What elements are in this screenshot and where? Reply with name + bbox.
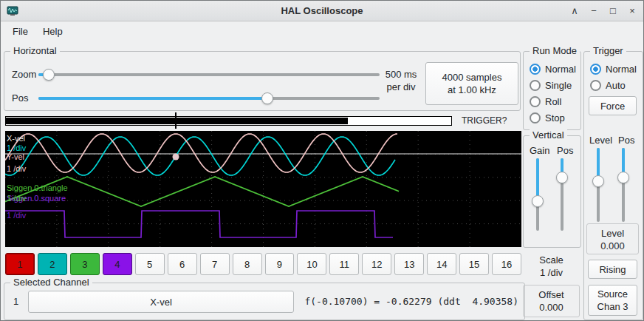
radio-label: Single (545, 80, 572, 91)
vertical-pos-slider[interactable] (555, 158, 569, 231)
pos-slider-handle[interactable] (261, 92, 273, 104)
channel-button-4[interactable]: 4 (103, 253, 132, 275)
vertical-pos-handle[interactable] (556, 172, 568, 183)
samples-line2: at 1.00 kHz (442, 84, 502, 96)
offset-label: Offset (524, 288, 579, 301)
runmode-roll-radio[interactable]: Roll (530, 96, 561, 107)
scope-channel-label: Siggen.0.triangle (7, 183, 68, 192)
scale-readout: Scale 1 /div (523, 254, 580, 279)
selected-channel-group: Selected Channel 1 X-vel f(-0.10700) = -… (4, 283, 525, 320)
channel-button-6[interactable]: 6 (168, 253, 197, 275)
samples-button[interactable]: 4000 samples at 1.00 kHz (425, 62, 518, 105)
channel-button-13[interactable]: 13 (394, 253, 424, 275)
trigger-source-line1: Source (597, 288, 628, 300)
runmode-single-radio[interactable]: Single (530, 80, 572, 91)
trigger-auto-radio[interactable]: Auto (590, 80, 626, 91)
minimize-icon[interactable]: − (587, 4, 600, 18)
pos-slider-fill (38, 97, 267, 100)
runmode-stop-radio[interactable]: Stop (530, 112, 565, 124)
channel-button-5[interactable]: 5 (135, 253, 165, 275)
window-controls: ∧ − □ × (568, 4, 639, 18)
vertical-title: Vertical (530, 129, 567, 141)
scope-channel-label: 1 /div (7, 143, 26, 152)
channel-button-14[interactable]: 14 (427, 253, 456, 275)
zoom-slider-groove (38, 73, 380, 76)
close-icon[interactable]: × (626, 4, 639, 18)
zoom-slider[interactable] (38, 68, 380, 81)
trigger-pos-slider[interactable] (617, 148, 630, 222)
menu-file[interactable]: File (5, 24, 35, 39)
record-fill-bar (5, 118, 348, 124)
trigger-pos-handle[interactable] (617, 172, 629, 183)
scope-channel-label: Y-vel (7, 152, 24, 161)
scope-channel-label: 1 /div (7, 211, 26, 220)
shade-icon[interactable]: ∧ (568, 4, 581, 18)
channel-button-8[interactable]: 8 (233, 253, 262, 275)
scale-label: Scale (523, 254, 580, 266)
zoom-label: Zoom (12, 69, 36, 80)
selected-channel-name-button[interactable]: X-vel (28, 291, 294, 313)
trigger-level-panel-value: 0.000 (587, 240, 638, 252)
run-mode-title: Run Mode (530, 45, 580, 56)
radio-label: Normal (606, 64, 637, 75)
selected-channel-title: Selected Channel (10, 277, 92, 288)
scope-channel-label: X-vel (7, 134, 25, 143)
radio-icon (590, 64, 601, 75)
channel-button-11[interactable]: 11 (329, 253, 359, 275)
radio-icon (530, 80, 541, 91)
channel-button-1[interactable]: 1 (5, 253, 35, 275)
horizontal-group: Horizontal Zoom Pos 500 ms per div 4000 … (4, 51, 521, 111)
selected-channel-number: 1 (13, 296, 18, 307)
radio-icon (590, 80, 601, 91)
channel-button-10[interactable]: 10 (297, 253, 326, 275)
menu-help[interactable]: Help (35, 24, 70, 39)
trigger-level-slider[interactable] (592, 148, 605, 222)
trigger-normal-radio[interactable]: Normal (590, 64, 637, 75)
scope-channel-label: 1 /div (7, 164, 26, 173)
vertical-pos-label: Pos (557, 145, 573, 156)
runmode-normal-radio[interactable]: Normal (530, 64, 576, 75)
pos-label: Pos (12, 92, 28, 104)
trigger-title: Trigger (590, 45, 626, 56)
channel-button-2[interactable]: 2 (38, 253, 67, 275)
vertical-group: Vertical Gain Pos (523, 135, 581, 248)
offset-value: 0.000 (524, 301, 579, 314)
app-window: HAL Oscilloscope ∧ − □ × File Help Horiz… (0, 0, 644, 321)
force-button[interactable]: Force (589, 96, 637, 115)
gain-slider-handle[interactable] (532, 195, 544, 207)
horizontal-group-title: Horizontal (10, 45, 60, 56)
trigger-pos-label: Pos (618, 135, 634, 146)
radio-icon (530, 96, 541, 107)
rate-line1: 500 ms (378, 68, 424, 81)
trigger-level-handle[interactable] (592, 175, 604, 187)
trigger-edge-button[interactable]: Rising (588, 260, 637, 279)
trigger-level-panel-label: Level (587, 227, 638, 240)
channel-buttons: 12345678910111213141516 (5, 253, 521, 275)
scope-labels: X-vel1 /divY-vel1 /divSiggen.0.triangleS… (5, 131, 521, 247)
channel-button-3[interactable]: 3 (70, 253, 100, 275)
maximize-icon[interactable]: □ (606, 4, 620, 18)
channel-value-readout: f(-0.10700) = -0.62279 (ddt 4.90358) (304, 296, 518, 307)
channel-button-7[interactable]: 7 (200, 253, 230, 275)
rate-line2: per div (378, 81, 424, 93)
zoom-slider-handle[interactable] (43, 69, 55, 81)
trigger-hint-label: TRIGGER? (462, 115, 507, 126)
radio-label: Stop (545, 112, 565, 124)
radio-label: Roll (545, 96, 561, 107)
gain-slider[interactable] (531, 158, 544, 231)
trigger-source-line2: Chan 3 (597, 300, 628, 313)
sample-rate-label: 500 ms per div (378, 68, 424, 93)
samples-line1: 4000 samples (442, 71, 502, 84)
run-mode-group: Run Mode Normal Single Roll Stop (523, 51, 581, 130)
window-title: HAL Oscilloscope (1, 5, 643, 16)
radio-icon (530, 64, 541, 75)
trigger-level-label: Level (589, 135, 612, 146)
channel-button-16[interactable]: 16 (492, 253, 521, 275)
channel-button-12[interactable]: 12 (362, 253, 391, 275)
horizontal-pos-slider[interactable] (38, 92, 380, 105)
trigger-source-button[interactable]: Source Chan 3 (588, 285, 637, 316)
channel-button-9[interactable]: 9 (265, 253, 295, 275)
trigger-level-panel: Level 0.000 (586, 223, 639, 254)
channel-button-15[interactable]: 15 (459, 253, 489, 275)
scope-channel-label: 1 /div (7, 194, 26, 203)
